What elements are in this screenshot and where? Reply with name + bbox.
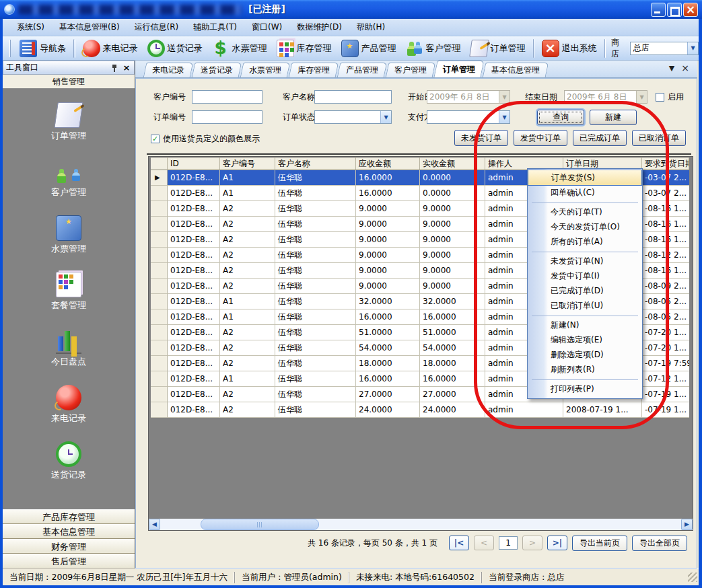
sidebar-item[interactable]: 订单管理	[3, 102, 135, 142]
tab[interactable]: 送货记录	[192, 63, 242, 77]
context-menu-item[interactable]: 今天的发货订单(O)	[528, 220, 642, 235]
shop-select[interactable]: 总店 ▼	[630, 42, 699, 55]
context-menu-item[interactable]	[528, 250, 642, 254]
context-menu-item[interactable]: 刷新列表(R)	[528, 363, 642, 377]
toolbar-grip[interactable]	[9, 40, 11, 57]
pay-method-select[interactable]: ▼	[427, 110, 510, 124]
context-menu-item[interactable]: 今天的订单(T)	[528, 205, 642, 220]
delivery-color-checkbox[interactable]: ✓ 使用送货员定义的颜色展示	[151, 134, 260, 143]
chevron-down-icon[interactable]: ▼	[380, 111, 391, 123]
sidebar-close-icon[interactable]: ×	[122, 63, 131, 73]
scroll-left-icon[interactable]: ◀	[149, 519, 160, 530]
status-filter-button[interactable]: 发货中订单	[514, 130, 567, 146]
checkbox-check-icon[interactable]: ✓	[151, 135, 160, 143]
toolbar-button[interactable]	[533, 39, 534, 58]
export-all-pages-button[interactable]: 导出全部页	[632, 536, 687, 551]
context-menu-item[interactable]: 打印列表(P)	[528, 382, 642, 397]
menu-item[interactable]: 数据维护(D)	[291, 20, 348, 35]
order-status-select[interactable]: ▼	[314, 110, 392, 124]
chevron-down-icon[interactable]: ▼	[687, 42, 698, 54]
scroll-right-icon[interactable]: ▶	[681, 519, 693, 530]
page-number-input[interactable]: 1	[499, 536, 518, 550]
last-page-button[interactable]: >|	[547, 536, 567, 550]
tab-list-dropdown-icon[interactable]: ▼	[669, 64, 674, 73]
context-menu-item[interactable]	[528, 377, 642, 382]
menu-item[interactable]: 辅助工具(T)	[187, 20, 243, 35]
customer-name-input[interactable]	[314, 90, 392, 104]
toolbar-button[interactable]: 水票管理	[207, 38, 272, 59]
context-menu-item[interactable]	[528, 200, 642, 205]
horizontal-scrollbar[interactable]: ◀ ▶	[149, 519, 693, 530]
sidebar-item[interactable]: 今日盘点	[3, 328, 135, 368]
scrollbar-track[interactable]	[160, 519, 681, 530]
toolbar-button[interactable]	[604, 39, 606, 58]
column-header[interactable]: 客户编号	[220, 157, 275, 170]
column-header[interactable]: ID	[168, 157, 220, 170]
toolbar-button[interactable]: 产品管理	[337, 38, 401, 59]
first-page-button[interactable]: |<	[449, 536, 469, 550]
sidebar-item[interactable]: 客户管理	[3, 159, 135, 198]
toolbar-button[interactable]: 订单管理	[466, 38, 530, 59]
sidebar-section-header[interactable]: 销售管理	[3, 75, 135, 89]
toolbar-button[interactable]: 库存管理	[272, 38, 337, 59]
context-menu-item[interactable]: 编辑选定项(E)	[528, 333, 642, 348]
order-no-input[interactable]	[192, 110, 262, 124]
toolbar-button[interactable]: 来电记录	[78, 38, 143, 59]
prev-page-button[interactable]: <	[474, 536, 494, 550]
tab[interactable]: 水票管理	[240, 63, 291, 77]
column-header[interactable]: 客户名称	[275, 157, 356, 170]
maximize-button[interactable]	[667, 3, 682, 17]
new-button[interactable]: 新建	[590, 110, 637, 125]
sidebar-group-bar[interactable]: 产品库存管理	[3, 509, 135, 524]
tab-close-icon[interactable]: ×	[681, 63, 689, 73]
toolbar-button[interactable]: 送货记录	[143, 38, 207, 59]
context-menu-item[interactable]: 订单发货(S)	[528, 170, 642, 186]
context-menu-item[interactable]: 回单确认(C)	[528, 186, 642, 200]
sidebar-item[interactable]: 套餐管理	[3, 272, 135, 311]
context-menu-item[interactable]: 已取消订单(U)	[528, 299, 642, 314]
sidebar-item[interactable]: 来电记录	[3, 385, 135, 425]
menu-item[interactable]: 帮助(H)	[351, 20, 391, 35]
pin-icon[interactable]	[110, 63, 119, 73]
close-button[interactable]	[683, 3, 698, 17]
tab[interactable]: 订单管理	[433, 61, 484, 77]
start-date-picker[interactable]: 2009年 6月 8日 ▼	[427, 90, 510, 104]
scrollbar-thumb[interactable]	[201, 519, 319, 530]
next-page-button[interactable]: >	[522, 536, 542, 550]
tab[interactable]: 产品管理	[337, 63, 388, 77]
toolbar-button[interactable]: 导航条	[15, 38, 71, 59]
end-date-picker[interactable]: 2009年 6月 8日 ▼	[564, 90, 647, 104]
context-menu-item[interactable]: 发货中订单(I)	[528, 269, 642, 284]
column-header[interactable]: 实收金额	[420, 157, 485, 170]
tab[interactable]: 库存管理	[289, 63, 339, 77]
query-button[interactable]: 查询	[537, 110, 584, 125]
status-filter-button[interactable]: 未发货订单	[454, 130, 508, 146]
table-row[interactable]: 012D-E8... A2 伍华聪 24.0000 24.0000 admin …	[151, 402, 689, 418]
customer-no-input[interactable]	[192, 90, 262, 104]
enable-checkbox[interactable]: 启用	[656, 92, 684, 102]
sidebar-group-bar[interactable]: 售后管理	[3, 554, 135, 568]
status-filter-button[interactable]: 已取消订单	[632, 130, 686, 146]
menu-item[interactable]: 窗口(W)	[246, 20, 288, 35]
tab[interactable]: 客户管理	[386, 63, 436, 77]
toolbar-button[interactable]	[73, 39, 75, 58]
toolbar-button[interactable]: 客户管理	[401, 38, 466, 59]
status-filter-button[interactable]: 已完成订单	[573, 130, 627, 146]
menu-item[interactable]: 运行信息(R)	[129, 20, 185, 35]
tab[interactable]: 基本信息管理	[483, 63, 549, 77]
column-header[interactable]: 要求到货日期	[642, 157, 689, 170]
context-menu-item[interactable]	[528, 314, 642, 318]
chevron-down-icon[interactable]: ▼	[499, 111, 510, 123]
tab[interactable]: 来电记录	[143, 63, 194, 77]
context-menu-item[interactable]: 删除选定项(D)	[528, 348, 642, 363]
sidebar-group-bar[interactable]: 基本信息管理	[3, 524, 135, 539]
context-menu-item[interactable]: 新建(N)	[528, 318, 642, 333]
context-menu-item[interactable]: 所有的订单(A)	[528, 235, 642, 250]
sidebar-item[interactable]: 送货记录	[3, 441, 135, 481]
context-menu-item[interactable]: 已完成订单(D)	[528, 284, 642, 299]
menu-item[interactable]: 系统(S)	[11, 20, 50, 35]
sidebar-group-bar[interactable]: 财务管理	[3, 539, 135, 554]
menu-item[interactable]: 基本信息管理(B)	[53, 20, 126, 35]
resize-grip[interactable]	[688, 573, 697, 582]
toolbar-button[interactable]: 退出系统	[537, 38, 602, 59]
